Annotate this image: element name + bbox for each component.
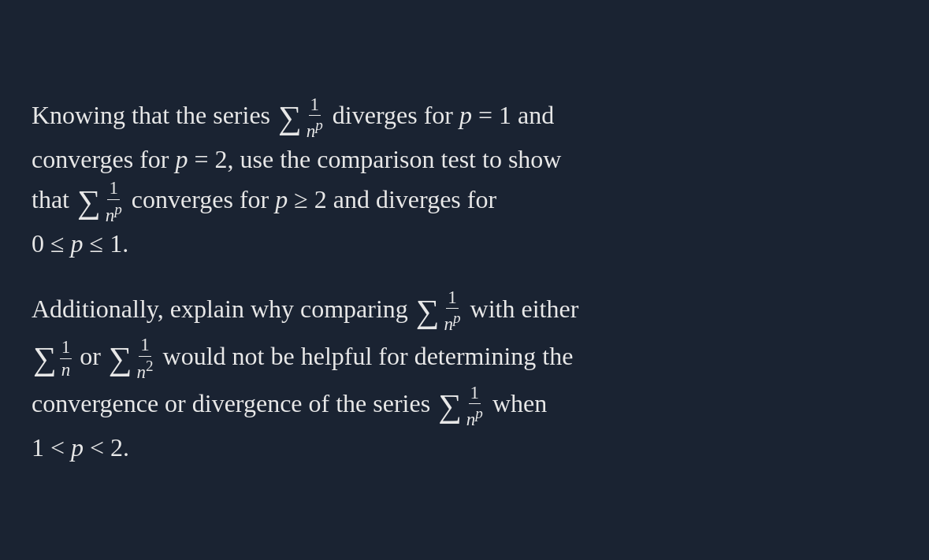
text-0-leq-p-leq-1: 0 ≤ p ≤ 1. — [32, 229, 128, 258]
frac-numerator-3: 1 — [446, 287, 459, 309]
fraction-4-n: 1 n — [60, 337, 72, 380]
sigma-2: ∑ — [77, 178, 101, 225]
frac-denominator-1: np — [305, 116, 325, 141]
frac-numerator-2: 1 — [107, 178, 120, 199]
paragraph-1: Knowing that the series ∑ 1 np diverges … — [32, 94, 578, 261]
text-diverges-for: diverges for p = 1 and — [326, 101, 554, 129]
fraction-3-np: 1 np — [442, 287, 462, 334]
paragraph-2: Additionally, explain why comparing ∑ 1 … — [32, 287, 578, 466]
text-or: or — [73, 341, 107, 369]
main-content: Knowing that the series ∑ 1 np diverges … — [32, 94, 578, 466]
frac-denominator-3: np — [442, 309, 462, 334]
sigma-4: ∑ — [33, 335, 57, 382]
frac-denominator-5: n2 — [135, 357, 154, 382]
frac-denominator-4: n — [60, 359, 72, 380]
sigma-1: ∑ — [278, 94, 302, 141]
text-with-either: with either — [464, 294, 579, 322]
text-converges-for: converges for p = 2, use the comparison … — [32, 145, 561, 173]
frac-numerator-6: 1 — [469, 383, 481, 404]
sigma-3: ∑ — [416, 287, 440, 335]
fraction-1-np: 1 np — [305, 95, 325, 141]
text-that: that — [32, 184, 76, 213]
text-converges-p-geq-2: converges for p ≥ 2 and diverges for — [125, 184, 496, 213]
frac-denominator-6: np — [465, 404, 485, 429]
frac-numerator-1: 1 — [309, 95, 321, 116]
frac-denominator-2: np — [104, 200, 124, 225]
text-would-not-be-helpful: would not be helpful for determining the — [157, 341, 574, 369]
text-1-lt-p-lt-2: 1 < p < 2. — [32, 433, 129, 462]
fraction-6-np: 1 np — [465, 383, 485, 429]
frac-numerator-5: 1 — [139, 335, 151, 356]
frac-numerator-4: 1 — [60, 337, 72, 358]
text-convergence-or-divergence: convergence or divergence of the series — [32, 389, 437, 417]
fraction-5-n2: 1 n2 — [135, 335, 154, 381]
sigma-6: ∑ — [438, 382, 462, 429]
sigma-5: ∑ — [109, 335, 132, 382]
text-when: when — [486, 389, 547, 417]
text-additionally: Additionally, explain why comparing — [32, 294, 414, 322]
fraction-2-np: 1 np — [104, 178, 124, 224]
text-knowing: Knowing that the series — [32, 101, 277, 129]
